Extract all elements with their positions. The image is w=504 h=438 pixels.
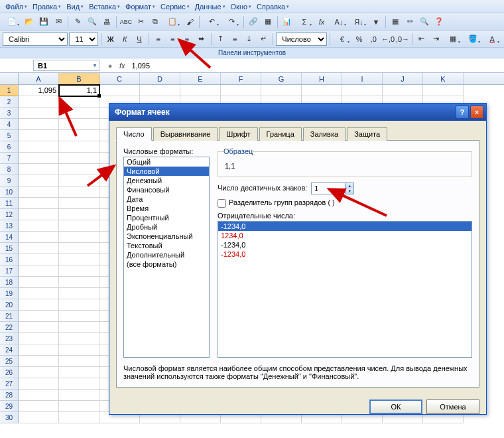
decrease-decimal-button[interactable]: ,0→	[396, 33, 409, 46]
cell-B3[interactable]	[59, 108, 99, 119]
cell-I1[interactable]	[342, 85, 383, 96]
increase-indent-button[interactable]: ⇥	[430, 33, 443, 46]
cell-A23[interactable]	[19, 333, 59, 344]
cell-B29[interactable]	[59, 401, 99, 412]
cell-A19[interactable]	[19, 288, 59, 299]
valign-top-button[interactable]: ⤒	[214, 33, 227, 46]
row-header[interactable]: 11	[0, 198, 19, 209]
negative-option[interactable]: -1234,0	[218, 240, 472, 250]
row-header[interactable]: 15	[0, 243, 19, 254]
cell-B14[interactable]	[59, 232, 99, 243]
row-header[interactable]: 27	[0, 378, 19, 390]
borders-button[interactable]: ▦	[444, 33, 462, 46]
tab-0[interactable]: Число	[116, 127, 152, 141]
cell-B17[interactable]	[59, 265, 99, 277]
cell-A17[interactable]	[19, 265, 59, 277]
format-option[interactable]: Общий	[124, 157, 209, 167]
row-header[interactable]: 1	[0, 85, 19, 96]
row-header[interactable]: 20	[0, 299, 19, 311]
format-option[interactable]: Дополнительный	[124, 250, 209, 259]
cell-A22[interactable]	[19, 322, 59, 333]
align-left-button[interactable]: ≡	[152, 33, 165, 46]
cell-A2[interactable]	[19, 96, 59, 108]
negative-option[interactable]: 1234,0	[218, 231, 472, 240]
row-header[interactable]: 30	[0, 412, 19, 423]
tab-5[interactable]: Защита	[347, 127, 387, 141]
column-header-K[interactable]: K	[423, 73, 464, 84]
cell-H1[interactable]	[302, 85, 342, 96]
cell-E1[interactable]	[180, 85, 221, 96]
cell-B24[interactable]	[59, 344, 99, 356]
filter-button[interactable]: ▼	[369, 15, 383, 29]
cell-A28[interactable]	[19, 390, 59, 401]
column-header-C[interactable]: C	[99, 73, 140, 84]
format-option[interactable]: Текстовый	[124, 241, 209, 250]
row-header[interactable]: 16	[0, 254, 19, 265]
row-header[interactable]: 6	[0, 141, 19, 153]
menu-сервис[interactable]: Сервис	[158, 1, 192, 12]
cancel-formula-icon[interactable]: ●	[103, 59, 117, 72]
cell-B20[interactable]	[59, 299, 99, 311]
bold-button[interactable]: Ж	[104, 33, 117, 46]
chart-button[interactable]: 📊	[281, 15, 294, 29]
save-button[interactable]: 💾	[37, 15, 50, 29]
cell-A3[interactable]	[19, 108, 59, 119]
help-button[interactable]: ❓	[432, 15, 446, 29]
column-header-B[interactable]: B	[59, 73, 99, 84]
cell-B2[interactable]	[59, 96, 99, 108]
copy-button[interactable]: ⧉	[149, 15, 162, 29]
row-header[interactable]: 22	[0, 322, 19, 333]
format-option[interactable]: Экспоненциальный	[124, 232, 209, 241]
format-option[interactable]: Дата	[124, 194, 209, 204]
cell-A15[interactable]	[19, 243, 59, 254]
cell-B21[interactable]	[59, 311, 99, 322]
row-header[interactable]: 25	[0, 356, 19, 367]
cell-B9[interactable]	[59, 175, 99, 186]
decimals-spinner[interactable]: ▲ ▼	[311, 183, 354, 194]
cell-B18[interactable]	[59, 277, 99, 288]
percent-button[interactable]: %	[353, 33, 366, 46]
drawing-button[interactable]: ✏	[403, 15, 416, 29]
redo-button[interactable]: ↷	[222, 15, 241, 29]
format-option[interactable]: Денежный	[124, 176, 209, 185]
row-header[interactable]: 29	[0, 401, 19, 412]
cell-B27[interactable]	[59, 378, 99, 390]
cell-A27[interactable]	[19, 378, 59, 390]
comma-button[interactable]: ,0	[367, 33, 380, 46]
row-header[interactable]: 10	[0, 186, 19, 198]
italic-button[interactable]: К	[119, 33, 132, 46]
dialog-titlebar[interactable]: Формат ячеек ? ×	[109, 104, 486, 121]
format-painter-button[interactable]: 🖌	[183, 15, 196, 29]
column-header-D[interactable]: D	[140, 73, 180, 84]
spin-up-icon[interactable]: ▲	[345, 183, 353, 188]
cell-A13[interactable]	[19, 220, 59, 232]
negative-option[interactable]: -1234,0	[218, 222, 472, 231]
cell-A5[interactable]	[19, 130, 59, 141]
cell-A24[interactable]	[19, 344, 59, 356]
decimals-input[interactable]	[312, 183, 345, 194]
format-option[interactable]: Финансовый	[124, 185, 209, 194]
column-header-E[interactable]: E	[180, 73, 221, 84]
cell-B23[interactable]	[59, 333, 99, 344]
row-header[interactable]: 12	[0, 209, 19, 220]
column-header-H[interactable]: H	[302, 73, 342, 84]
cell-B22[interactable]	[59, 322, 99, 333]
cell-A6[interactable]	[19, 141, 59, 153]
negative-numbers-listbox[interactable]: -1234,01234,0-1234,0-1234,0	[218, 221, 472, 358]
column-header-J[interactable]: J	[383, 73, 423, 84]
number-format-select[interactable]: Числово	[276, 33, 327, 46]
menu-справка[interactable]: Справка	[254, 1, 292, 12]
fx-button[interactable]: fx	[315, 15, 328, 29]
table-button[interactable]: ▦	[261, 15, 275, 29]
cell-B5[interactable]	[59, 130, 99, 141]
cell-A25[interactable]	[19, 356, 59, 367]
formula-input[interactable]: 1,095	[128, 58, 504, 72]
print-button[interactable]: 🖶	[100, 15, 113, 29]
row-header[interactable]: 5	[0, 130, 19, 141]
row-header[interactable]: 17	[0, 265, 19, 277]
menu-данные[interactable]: Данные	[192, 1, 228, 12]
cell-A1[interactable]: 1,095	[19, 85, 59, 96]
cell-B12[interactable]	[59, 209, 99, 220]
menu-вставка[interactable]: Вставка	[86, 1, 123, 12]
row-header[interactable]: 19	[0, 288, 19, 299]
